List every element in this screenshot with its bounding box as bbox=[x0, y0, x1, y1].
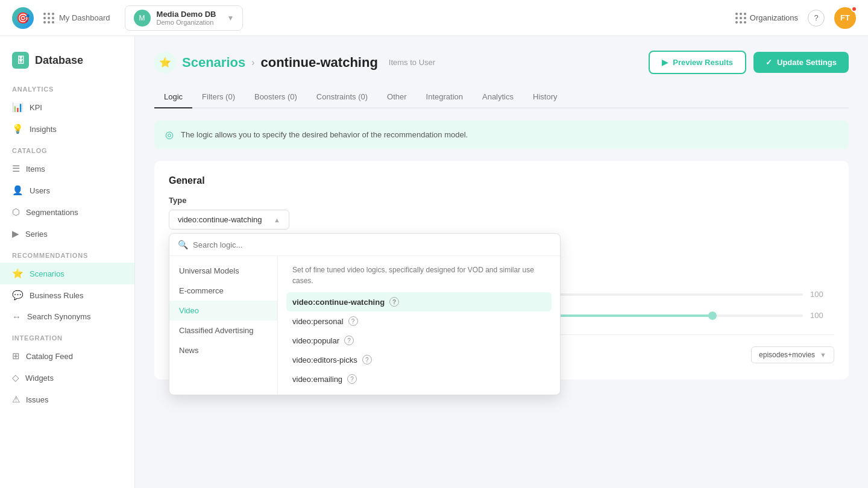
sidebar-db-icon: 🗄 bbox=[12, 52, 29, 69]
option-label: video:continue-watching bbox=[292, 298, 385, 307]
sidebar-item-users[interactable]: 👤 Users bbox=[0, 180, 134, 201]
tab-boosters[interactable]: Boosters (0) bbox=[245, 86, 307, 108]
check-icon: ✓ bbox=[766, 58, 772, 67]
organizations-link[interactable]: Organizations bbox=[735, 13, 798, 23]
play-icon: ▶ bbox=[662, 58, 668, 67]
dropdown-search: 🔍 bbox=[169, 234, 560, 256]
chevron-down-icon: ▼ bbox=[820, 351, 826, 358]
breadcrumb-sub: Items to User bbox=[389, 58, 435, 67]
sidebar-item-widgets[interactable]: ◇ Widgets bbox=[0, 367, 134, 389]
tab-constraints[interactable]: Constraints (0) bbox=[307, 86, 377, 108]
star-icon: ⭐ bbox=[12, 268, 24, 279]
breadcrumb-current: continue-watching bbox=[261, 55, 378, 70]
episodes-value: episodes+movies bbox=[759, 351, 815, 359]
category-classified[interactable]: Classified Advertising bbox=[169, 321, 277, 340]
sidebar-item-issues[interactable]: ⚠ Issues bbox=[0, 389, 134, 410]
sidebar-item-scenarios[interactable]: ⭐ Scenarios bbox=[0, 263, 134, 284]
tab-analytics[interactable]: Analytics bbox=[473, 86, 523, 108]
update-label: Update Settings bbox=[777, 58, 837, 67]
info-banner-text: The logic allows you to specify the desi… bbox=[181, 130, 468, 139]
rules-icon: 💬 bbox=[12, 290, 24, 301]
dropdown-options: Set of fine tuned video logics, specific… bbox=[278, 256, 560, 395]
section-title-recommendations: RECOMMENDATIONS bbox=[0, 245, 134, 263]
category-universal[interactable]: Universal Models bbox=[169, 261, 277, 281]
option-video-editors-picks[interactable]: video:editors-picks ? bbox=[286, 350, 552, 369]
sidebar-item-label: Scenarios bbox=[30, 269, 64, 278]
users-icon: 👤 bbox=[12, 185, 24, 196]
update-settings-button[interactable]: ✓ Update Settings bbox=[753, 52, 849, 73]
catalog-icon: ⊞ bbox=[12, 351, 20, 361]
preview-results-button[interactable]: ▶ Preview Results bbox=[649, 51, 746, 74]
sidebar-item-label: Issues bbox=[26, 395, 49, 404]
option-video-continue-watching[interactable]: video:continue-watching ? bbox=[286, 292, 552, 311]
sidebar-item-search-synonyms[interactable]: ↔ Search Synonyms bbox=[0, 306, 134, 327]
option-label: video:popular bbox=[292, 336, 339, 345]
sidebar-item-items[interactable]: ☰ Items bbox=[0, 158, 134, 180]
tab-filters[interactable]: Filters (0) bbox=[192, 86, 245, 108]
help-button[interactable]: ? bbox=[808, 10, 825, 27]
sidebar-item-kpi[interactable]: 📊 KPI bbox=[0, 96, 134, 118]
content-card: General Type video:continue-watching ▲ 0… bbox=[154, 161, 849, 380]
tab-history[interactable]: History bbox=[523, 86, 567, 108]
category-news[interactable]: News bbox=[169, 340, 277, 360]
option-video-personal[interactable]: video:personal ? bbox=[286, 311, 552, 331]
breadcrumb-parent[interactable]: Scenarios bbox=[182, 55, 245, 70]
preview-label: Preview Results bbox=[673, 58, 733, 67]
tab-integration[interactable]: Integration bbox=[417, 86, 473, 108]
db-selector[interactable]: M Media Demo DB Demo Organization ▼ bbox=[125, 5, 244, 31]
type-dropdown-trigger[interactable]: video:continue-watching ▲ bbox=[169, 210, 289, 230]
segmentation-icon: ⬡ bbox=[12, 207, 20, 217]
help-icon[interactable]: ? bbox=[362, 355, 372, 364]
avatar[interactable]: FT bbox=[834, 7, 856, 29]
sidebar: 🗄 Database ANALYTICS 📊 KPI 💡 Insights CA… bbox=[0, 36, 135, 488]
top-nav: 🎯 My Dashboard M Media Demo DB Demo Orga… bbox=[0, 0, 868, 36]
sidebar-item-segmentations[interactable]: ⬡ Segmentations bbox=[0, 201, 134, 223]
info-banner: ◎ The logic allows you to specify the de… bbox=[154, 120, 849, 149]
episodes-select[interactable]: episodes+movies ▼ bbox=[751, 346, 834, 363]
tab-logic[interactable]: Logic bbox=[154, 86, 192, 108]
nav-right: Organizations ? FT bbox=[735, 7, 856, 29]
sidebar-item-label: Series bbox=[25, 230, 48, 239]
option-label: video:editors-picks bbox=[292, 355, 357, 364]
list-icon: ☰ bbox=[12, 163, 20, 174]
slider-max-1: 100 bbox=[810, 290, 834, 299]
help-icon[interactable]: ? bbox=[344, 336, 354, 345]
type-label: Type bbox=[169, 196, 834, 205]
option-video-emailing[interactable]: video:emailing ? bbox=[286, 369, 552, 389]
help-icon[interactable]: ? bbox=[347, 374, 357, 384]
section-general-title: General bbox=[169, 175, 834, 186]
db-name: Media Demo DB bbox=[157, 10, 216, 19]
sidebar-item-business-rules[interactable]: 💬 Business Rules bbox=[0, 284, 134, 306]
sidebar-item-label: Insights bbox=[30, 125, 57, 134]
scenarios-icon: ⭐ bbox=[154, 52, 176, 74]
series-icon: ▶ bbox=[12, 228, 19, 239]
grid-icon bbox=[735, 13, 746, 23]
my-dashboard-link[interactable]: My Dashboard bbox=[43, 13, 110, 23]
sidebar-item-insights[interactable]: 💡 Insights bbox=[0, 118, 134, 140]
search-logic-input[interactable] bbox=[193, 240, 552, 249]
dropdown-panel: 🔍 Universal Models E-commerce Video Clas… bbox=[169, 233, 561, 395]
tab-other[interactable]: Other bbox=[377, 86, 417, 108]
sidebar-item-series[interactable]: ▶ Series bbox=[0, 223, 134, 245]
option-label: video:personal bbox=[292, 317, 344, 326]
chevron-up-icon: ▲ bbox=[274, 216, 280, 224]
sidebar-item-label: KPI bbox=[30, 103, 42, 112]
sidebar-item-label: Widgets bbox=[25, 374, 54, 383]
breadcrumb-arrow-icon: › bbox=[251, 57, 254, 68]
category-ecommerce[interactable]: E-commerce bbox=[169, 281, 277, 301]
notification-badge bbox=[851, 6, 857, 12]
sidebar-item-label: Users bbox=[30, 186, 50, 195]
sidebar-item-catalog-feed[interactable]: ⊞ Catalog Feed bbox=[0, 345, 134, 367]
slider-max-2: 100 bbox=[810, 311, 834, 320]
help-icon[interactable]: ? bbox=[389, 297, 399, 307]
selected-type-value: video:continue-watching bbox=[178, 215, 262, 224]
category-video[interactable]: Video bbox=[169, 301, 277, 321]
slider-thumb-2[interactable] bbox=[708, 311, 717, 320]
db-icon: M bbox=[134, 10, 151, 27]
section-title-catalog: CATALOG bbox=[0, 140, 134, 158]
sidebar-item-label: Items bbox=[26, 164, 45, 174]
option-video-popular[interactable]: video:popular ? bbox=[286, 331, 552, 350]
sidebar-item-label: Search Synonyms bbox=[27, 312, 91, 321]
sidebar-item-label: Catalog Feed bbox=[26, 352, 73, 361]
help-icon[interactable]: ? bbox=[348, 316, 358, 326]
